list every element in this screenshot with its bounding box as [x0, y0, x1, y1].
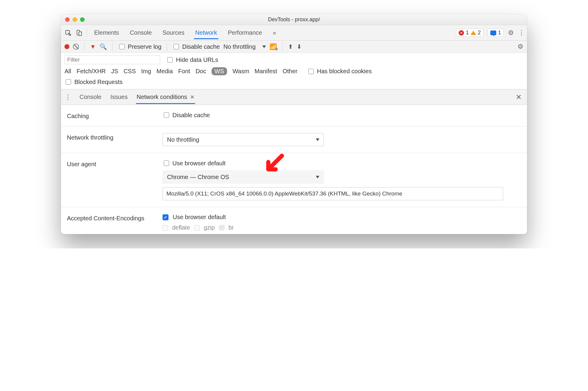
- tab-network[interactable]: Network: [194, 26, 218, 39]
- separator: [282, 42, 283, 51]
- drawer-tabs: ⋮ Console Issues Network conditions ✕ ✕: [61, 89, 527, 105]
- annotation-arrow-icon: [264, 154, 285, 175]
- user-agent-label: User agent: [67, 160, 163, 168]
- inspect-element-icon[interactable]: [63, 28, 73, 38]
- has-blocked-cookies-checkbox[interactable]: Has blocked cookies: [307, 68, 372, 75]
- main-toolbar: Elements Console Sources Network Perform…: [61, 25, 527, 41]
- separator: [87, 29, 87, 37]
- export-har-icon[interactable]: ⬇︎: [297, 43, 302, 50]
- filter-toggle-icon[interactable]: ▼: [90, 43, 96, 50]
- gzip-checkbox[interactable]: [194, 225, 200, 230]
- panel-tabs: Elements Console Sources Network Perform…: [90, 26, 277, 39]
- warnings-count: 2: [478, 30, 481, 36]
- type-manifest[interactable]: Manifest: [255, 68, 277, 75]
- chevron-down-icon: [316, 176, 319, 178]
- network-toolbar: ▼ 🔍 Preserve log Disable cache No thrott…: [61, 41, 527, 53]
- window-title: DevTools - proxx.app/: [61, 16, 527, 23]
- error-icon: ✕: [459, 30, 464, 36]
- type-other[interactable]: Other: [283, 68, 298, 75]
- tab-console[interactable]: Console: [128, 26, 153, 39]
- chevron-down-icon: [316, 138, 319, 141]
- br-checkbox[interactable]: [219, 225, 224, 230]
- separator: [112, 42, 113, 51]
- type-fetchxhr[interactable]: Fetch/XHR: [76, 68, 106, 75]
- throttling-label: Network throttling: [67, 133, 163, 141]
- ua-preset-select[interactable]: Chrome — Chrome OS: [163, 170, 324, 184]
- toolbar-right: ✕ 1 2 1 ⚙ ⋮: [456, 29, 525, 37]
- import-har-icon[interactable]: ⬆︎: [288, 43, 293, 50]
- network-settings-icon[interactable]: ⚙: [517, 43, 523, 51]
- device-toolbar-icon[interactable]: [74, 28, 84, 38]
- type-ws[interactable]: WS: [212, 67, 227, 75]
- message-icon: [490, 30, 496, 35]
- enc-use-default-row[interactable]: ✓ Use browser default: [163, 214, 521, 221]
- caching-label: Caching: [67, 112, 163, 120]
- type-all[interactable]: All: [65, 68, 71, 75]
- search-icon[interactable]: 🔍: [99, 43, 107, 50]
- separator: [84, 42, 85, 51]
- ua-use-default-checkbox[interactable]: Use browser default: [163, 160, 521, 167]
- throttling-section: Network throttling No throttling: [61, 126, 527, 153]
- drawer-tab-issues[interactable]: Issues: [110, 90, 128, 104]
- disable-cache-drawer-checkbox[interactable]: Disable cache: [163, 112, 521, 119]
- filter-row: Hide data URLs: [61, 53, 527, 64]
- type-img[interactable]: Img: [141, 68, 151, 75]
- type-media[interactable]: Media: [157, 68, 173, 75]
- messages-badge[interactable]: 1: [488, 29, 504, 37]
- type-doc[interactable]: Doc: [195, 68, 206, 75]
- preserve-log-checkbox[interactable]: Preserve log: [118, 43, 161, 50]
- filter-input[interactable]: [65, 55, 160, 64]
- tab-elements[interactable]: Elements: [93, 26, 120, 39]
- warning-icon: [471, 30, 476, 35]
- disable-cache-checkbox[interactable]: Disable cache: [172, 43, 220, 50]
- tab-sources[interactable]: Sources: [161, 26, 186, 39]
- record-button[interactable]: [65, 44, 69, 49]
- blocked-requests-checkbox[interactable]: Blocked Requests: [65, 78, 523, 85]
- tab-overflow[interactable]: »: [272, 26, 277, 39]
- type-filters: All Fetch/XHR JS CSS Img Media Font Doc …: [61, 64, 527, 78]
- encodings-section: Accepted Content-Encodings ✓ Use browser…: [61, 207, 527, 234]
- deflate-checkbox[interactable]: [163, 225, 168, 230]
- ua-string-input[interactable]: [163, 187, 503, 200]
- caching-section: Caching Disable cache: [61, 105, 527, 126]
- chevron-down-icon: [262, 45, 266, 48]
- separator: [167, 42, 167, 51]
- close-tab-icon[interactable]: ✕: [190, 94, 195, 100]
- enc-options-row: deflate gzip br: [163, 224, 521, 231]
- throttling-drawer-select[interactable]: No throttling: [163, 133, 324, 146]
- titlebar: DevTools - proxx.app/: [61, 14, 527, 25]
- svg-rect-2: [79, 32, 82, 36]
- more-icon[interactable]: ⋮: [518, 29, 525, 37]
- drawer-more-icon[interactable]: ⋮: [65, 93, 71, 101]
- network-conditions-icon[interactable]: 📶⚙: [270, 43, 277, 50]
- throttling-select[interactable]: No throttling: [223, 43, 266, 50]
- errors-count: 1: [466, 30, 469, 36]
- type-js[interactable]: JS: [111, 68, 118, 75]
- encodings-label: Accepted Content-Encodings: [67, 214, 163, 222]
- settings-icon[interactable]: ⚙: [508, 29, 514, 37]
- errors-warnings-badge[interactable]: ✕ 1 2: [456, 29, 483, 37]
- drawer-close-icon[interactable]: ✕: [514, 93, 523, 101]
- messages-count: 1: [498, 30, 501, 36]
- checked-icon: ✓: [163, 214, 169, 220]
- type-css[interactable]: CSS: [123, 68, 136, 75]
- user-agent-section: User agent Use browser default Chrome — …: [61, 153, 527, 207]
- drawer-tab-console[interactable]: Console: [79, 90, 102, 104]
- clear-button[interactable]: [73, 44, 79, 50]
- hide-data-urls-checkbox[interactable]: Hide data URLs: [166, 56, 218, 63]
- type-font[interactable]: Font: [178, 68, 190, 75]
- tab-performance[interactable]: Performance: [227, 26, 264, 39]
- drawer-tab-network-conditions[interactable]: Network conditions ✕: [136, 90, 195, 104]
- type-wasm[interactable]: Wasm: [232, 68, 249, 75]
- devtools-window: DevTools - proxx.app/ Elements Console S…: [61, 14, 527, 234]
